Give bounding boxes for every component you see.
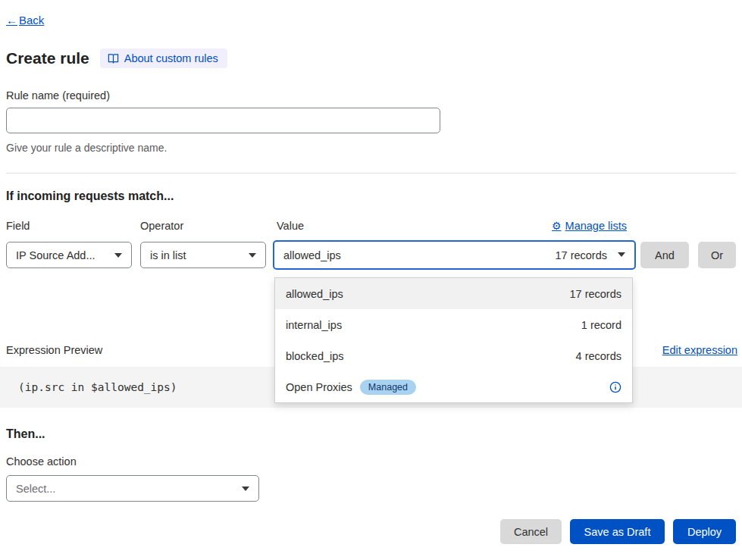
page-title: Create rule: [6, 49, 89, 67]
rule-name-label: Rule name (required): [6, 89, 110, 102]
or-button[interactable]: Or: [698, 242, 736, 268]
operator-column-label: Operator: [140, 220, 183, 232]
managed-badge: Managed: [360, 380, 416, 395]
list-item-allowed-ips[interactable]: allowed_ips 17 records: [275, 278, 632, 309]
manage-lists-link[interactable]: ⚙ Manage lists: [552, 220, 627, 232]
list-item-blocked-ips[interactable]: blocked_ips 4 records: [275, 340, 632, 371]
then-section-title: Then...: [6, 427, 45, 441]
operator-select-value: is in list: [150, 249, 186, 261]
about-custom-rules-link[interactable]: About custom rules: [100, 48, 227, 68]
back-link-label: Back: [19, 14, 44, 27]
action-select[interactable]: Select...: [6, 475, 259, 502]
list-item-name: Open Proxies: [286, 381, 352, 393]
about-badge-label: About custom rules: [124, 52, 218, 64]
create-rule-page: ←Back Create rule About custom rules Rul…: [0, 0, 742, 560]
match-section-title: If incoming requests match...: [6, 189, 174, 203]
list-item-name: allowed_ips: [286, 288, 343, 300]
gear-icon: ⚙: [552, 220, 562, 232]
rule-name-input[interactable]: [6, 108, 440, 133]
value-column-label: Value: [277, 220, 304, 232]
expression-preview-label: Expression Preview: [6, 344, 102, 356]
field-select[interactable]: IP Source Add...: [6, 242, 132, 268]
and-button[interactable]: And: [640, 242, 689, 268]
value-select[interactable]: allowed_ips 17 records: [273, 240, 636, 270]
field-column-label: Field: [6, 220, 30, 232]
value-dropdown-panel: allowed_ips 17 records internal_ips 1 re…: [274, 277, 633, 403]
action-select-placeholder: Select...: [16, 483, 55, 495]
back-link[interactable]: ←Back: [6, 14, 44, 27]
book-icon: [108, 53, 119, 64]
title-row: Create rule About custom rules: [6, 48, 227, 68]
expression-code: (ip.src in $allowed_ips): [18, 381, 177, 393]
back-arrow-icon: ←: [6, 14, 17, 27]
chevron-down-icon: [242, 486, 249, 491]
list-item-name: blocked_ips: [286, 350, 344, 362]
section-divider: [6, 173, 736, 174]
value-select-value: allowed_ips: [283, 249, 341, 261]
choose-action-label: Choose action: [6, 455, 77, 468]
chevron-down-icon: [618, 252, 625, 257]
manage-lists-label: Manage lists: [565, 220, 627, 232]
list-item-meta: 17 records: [569, 288, 621, 300]
list-item-meta: 1 record: [581, 319, 621, 331]
list-item-open-proxies[interactable]: Open Proxies Managed: [275, 371, 632, 402]
value-select-meta: 17 records: [555, 249, 607, 261]
list-item-meta: 4 records: [576, 350, 621, 362]
list-item-internal-ips[interactable]: internal_ips 1 record: [275, 309, 632, 340]
cancel-button[interactable]: Cancel: [500, 519, 562, 544]
chevron-down-icon: [249, 253, 256, 258]
save-as-draft-button[interactable]: Save as Draft: [570, 519, 665, 544]
field-select-value: IP Source Add...: [16, 249, 95, 261]
list-item-name: internal_ips: [286, 319, 342, 331]
edit-expression-link[interactable]: Edit expression: [662, 344, 737, 356]
operator-select[interactable]: is in list: [140, 242, 266, 268]
info-icon[interactable]: [609, 381, 621, 393]
deploy-button[interactable]: Deploy: [673, 519, 736, 544]
chevron-down-icon: [114, 253, 122, 258]
rule-name-helper-text: Give your rule a descriptive name.: [6, 142, 167, 154]
